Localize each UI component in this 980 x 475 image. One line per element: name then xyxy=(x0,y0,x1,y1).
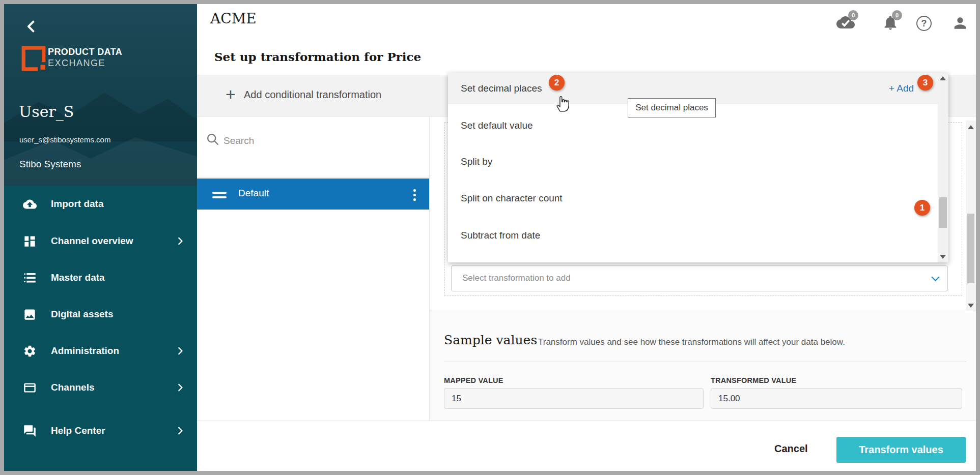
plus-icon: + xyxy=(226,84,236,104)
select-transformation-dropdown[interactable]: Select transformation to add xyxy=(451,265,948,291)
callout-badge-1: 1 xyxy=(914,200,930,216)
sample-values-title: Sample values xyxy=(444,333,537,347)
menu-item-label: Set decimal places xyxy=(461,83,542,94)
page-scrollbar-thumb[interactable] xyxy=(967,214,974,283)
add-transformation-link[interactable]: + Add xyxy=(889,83,914,94)
sidebar-item-channels[interactable]: Channels xyxy=(4,373,197,402)
sidebar-item-help-center[interactable]: Help Center xyxy=(4,416,197,446)
question-mark-icon: ? xyxy=(916,16,932,31)
scroll-up-arrow-icon[interactable] xyxy=(968,125,974,129)
hand-pointer-cursor-icon xyxy=(554,93,572,115)
user-name: User_S xyxy=(19,103,74,121)
sidebar: PRODUCT DATA EXCHANGE User_S user_s@stib… xyxy=(4,4,197,471)
drag-handle-icon[interactable] xyxy=(212,189,227,201)
tooltip: Set decimal places xyxy=(628,98,716,117)
sidebar-item-channel-overview[interactable]: Channel overview xyxy=(4,226,197,256)
page-scrollbar[interactable] xyxy=(966,121,976,312)
sidebar-item-label: Channels xyxy=(51,382,95,393)
transformation-row-default[interactable]: Default xyxy=(197,179,429,210)
search-icon xyxy=(206,132,220,146)
person-icon xyxy=(951,14,969,32)
sidebar-item-administration[interactable]: Administration xyxy=(4,336,197,366)
user-organization: Stibo Systems xyxy=(19,159,81,170)
chevron-right-icon xyxy=(178,427,183,435)
sidebar-item-digital-assets[interactable]: Digital assets xyxy=(4,300,197,329)
menu-item-label: Split by xyxy=(461,156,492,167)
menu-scrollbar[interactable] xyxy=(938,73,948,262)
logo-text-line2: EXCHANGE xyxy=(48,58,105,69)
chevron-down-icon xyxy=(931,276,940,282)
scroll-up-arrow-icon[interactable] xyxy=(940,76,946,80)
divider xyxy=(444,362,966,362)
sidebar-item-label: Digital assets xyxy=(51,309,114,320)
kebab-menu-icon[interactable] xyxy=(413,187,416,203)
sample-values-section: Sample values Transform values and see h… xyxy=(430,311,976,421)
menu-item-subtract-from-date[interactable]: Subtract from date xyxy=(448,220,938,251)
cloud-upload-icon xyxy=(23,197,37,211)
tasks-count-badge: 0 xyxy=(848,10,858,20)
dashboard-icon xyxy=(23,234,37,248)
transformation-row-label: Default xyxy=(238,188,269,199)
page-company-name: ACME xyxy=(210,10,257,27)
card-icon xyxy=(23,381,37,395)
chevron-right-icon xyxy=(178,347,183,355)
chevron-left-icon xyxy=(25,20,36,33)
sidebar-item-master-data[interactable]: Master data xyxy=(4,263,197,292)
mapped-value-input[interactable] xyxy=(444,388,704,409)
select-placeholder: Select transformation to add xyxy=(462,273,571,283)
add-conditional-transformation-label: Add conditional transformation xyxy=(244,89,381,101)
sidebar-item-label: Import data xyxy=(51,198,103,210)
collapse-sidebar-button[interactable] xyxy=(25,20,41,36)
menu-item-split-by[interactable]: Split by xyxy=(448,146,938,177)
search-row[interactable] xyxy=(197,116,429,178)
menu-item-label: Set default value xyxy=(461,120,533,131)
menu-item-label: Split on character count xyxy=(461,193,563,204)
logo-text-line1: PRODUCT DATA xyxy=(48,47,122,57)
search-input[interactable] xyxy=(223,131,417,151)
image-icon xyxy=(23,308,37,321)
sidebar-item-label: Help Center xyxy=(51,425,105,436)
chevron-right-icon xyxy=(178,237,183,245)
callout-badge-3: 3 xyxy=(917,75,933,91)
mapped-value-label: MAPPED VALUE xyxy=(444,376,503,384)
sidebar-item-label: Channel overview xyxy=(51,235,133,247)
gear-icon xyxy=(23,344,37,358)
menu-scrollbar-thumb[interactable] xyxy=(939,197,947,228)
sidebar-item-label: Master data xyxy=(51,272,105,283)
user-email: user_s@stibosystems.com xyxy=(19,135,110,144)
profile-button[interactable] xyxy=(951,14,969,34)
list-icon xyxy=(23,271,37,285)
transform-values-button[interactable]: Transform values xyxy=(836,437,966,463)
transformations-list-panel: Default xyxy=(197,116,430,421)
page-title: Set up transformation for Price xyxy=(214,50,421,64)
cancel-button[interactable]: Cancel xyxy=(774,443,808,455)
callout-badge-2: 2 xyxy=(549,75,565,91)
logo-square-icon xyxy=(20,45,47,72)
sidebar-item-label: Administration xyxy=(51,345,119,357)
transformed-value-label: TRANSFORMED VALUE xyxy=(711,376,796,384)
menu-item-label: Subtract from date xyxy=(461,230,540,241)
notifications-count-badge: 0 xyxy=(892,10,902,20)
chevron-right-icon xyxy=(178,383,183,392)
chat-icon xyxy=(23,424,37,438)
menu-item-split-on-character-count[interactable]: Split on character count xyxy=(448,183,938,214)
transformed-value-input[interactable] xyxy=(711,388,962,409)
sidebar-item-import-data[interactable]: Import data xyxy=(4,189,197,219)
sample-values-description: Transform values and see how these trans… xyxy=(538,337,845,347)
scroll-down-arrow-icon[interactable] xyxy=(940,255,946,259)
scroll-down-arrow-icon[interactable] xyxy=(968,304,974,308)
help-button[interactable]: ? xyxy=(916,16,932,31)
product-data-exchange-logo xyxy=(20,45,47,74)
